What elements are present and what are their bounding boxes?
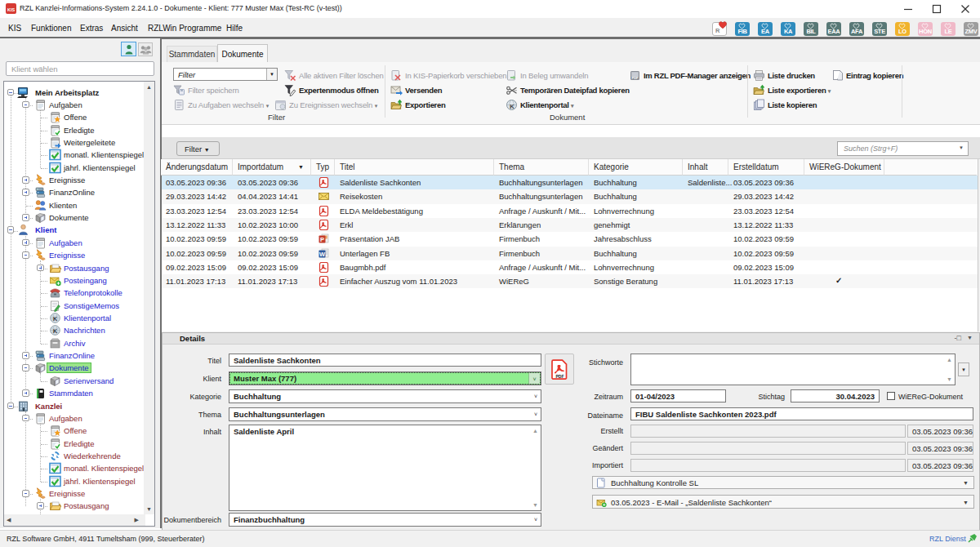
- svg-text:KIS: KIS: [7, 7, 16, 12]
